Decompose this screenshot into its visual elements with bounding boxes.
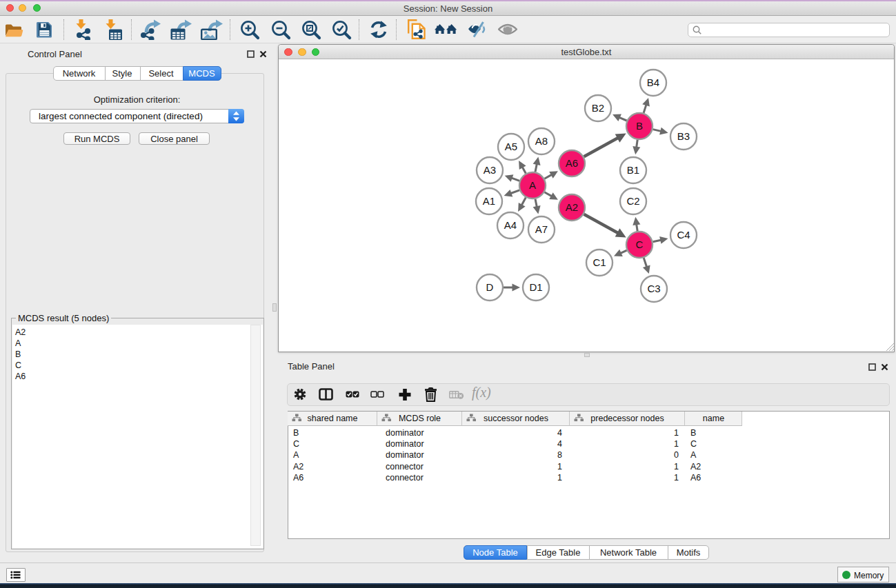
svg-text:C4: C4 [677, 229, 690, 241]
svg-text:A3: A3 [484, 164, 496, 176]
svg-text:C1: C1 [593, 256, 606, 268]
svg-text:A4: A4 [504, 219, 517, 231]
svg-text:B2: B2 [592, 102, 604, 114]
svg-text:A5: A5 [505, 141, 517, 152]
svg-text:C: C [636, 239, 644, 250]
svg-text:D1: D1 [529, 281, 542, 293]
svg-text:B: B [636, 120, 643, 132]
svg-text:A2: A2 [566, 201, 578, 213]
svg-text:A8: A8 [535, 135, 548, 147]
svg-text:C2: C2 [626, 195, 639, 207]
svg-text:B3: B3 [677, 130, 690, 142]
svg-text:A6: A6 [566, 157, 578, 169]
svg-text:A7: A7 [535, 223, 548, 235]
svg-text:B1: B1 [627, 164, 639, 176]
svg-text:B4: B4 [647, 77, 659, 88]
svg-text:C3: C3 [647, 283, 660, 294]
svg-text:D: D [486, 281, 494, 293]
svg-text:A: A [529, 179, 536, 191]
svg-text:A1: A1 [483, 195, 495, 207]
